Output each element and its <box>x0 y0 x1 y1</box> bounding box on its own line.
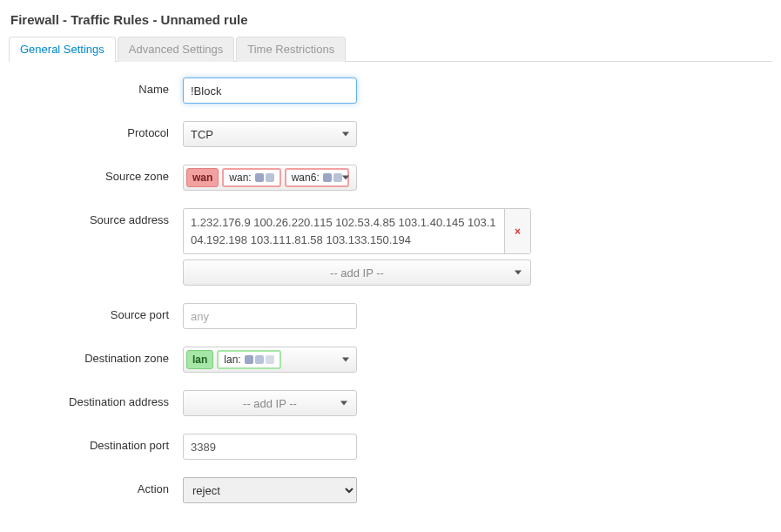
form: Name Protocol TCP Source zone wan wan: <box>9 77 772 529</box>
source-address-box[interactable]: 1.232.176.9 100.26.220.115 102.53.4.85 1… <box>183 208 531 254</box>
chevron-down-icon <box>515 271 522 275</box>
label-destination-zone: Destination zone <box>9 347 183 365</box>
destination-zone-select[interactable]: lan lan: <box>183 347 357 373</box>
destination-port-input[interactable] <box>183 434 357 460</box>
label-action: Action <box>9 477 183 495</box>
chevron-down-icon <box>342 358 349 362</box>
tabs: General Settings Advanced Settings Time … <box>9 36 772 62</box>
network-icon <box>255 173 274 182</box>
destination-address-add-ip[interactable]: -- add IP -- <box>183 390 357 416</box>
source-zone-select[interactable]: wan wan: wan6: <box>183 165 357 191</box>
zone-lan-badge: lan <box>186 350 213 369</box>
network-icon <box>245 355 274 364</box>
chevron-down-icon <box>342 132 349 137</box>
page-title: Firewall - Traffic Rules - Unnamed rule <box>10 12 772 27</box>
source-port-input[interactable] <box>183 303 357 329</box>
remove-source-address-button[interactable]: × <box>504 209 530 253</box>
label-source-zone: Source zone <box>9 165 183 183</box>
label-protocol: Protocol <box>9 121 183 139</box>
add-ip-label: -- add IP -- <box>243 397 297 410</box>
chevron-down-icon <box>342 176 349 180</box>
page: Firewall - Traffic Rules - Unnamed rule … <box>0 0 781 532</box>
label-source-address: Source address <box>9 208 183 226</box>
label-name: Name <box>9 77 183 96</box>
source-address-add-ip[interactable]: -- add IP -- <box>183 259 531 286</box>
zone-wan-badge: wan <box>186 168 219 187</box>
protocol-select[interactable]: TCP <box>183 121 357 147</box>
tab-advanced-settings[interactable]: Advanced Settings <box>118 37 234 62</box>
protocol-value: TCP <box>191 128 213 141</box>
action-select[interactable]: reject <box>183 477 357 503</box>
name-input[interactable] <box>183 77 357 104</box>
label-source-port: Source port <box>9 303 183 321</box>
source-address-value: 1.232.176.9 100.26.220.115 102.53.4.85 1… <box>184 209 504 253</box>
chevron-down-icon <box>340 401 347 406</box>
zone-lan-iface: lan: <box>217 350 280 369</box>
zone-wan-iface: wan: <box>222 168 280 187</box>
label-destination-port: Destination port <box>9 434 183 452</box>
network-icon <box>323 173 342 182</box>
tab-time-restrictions[interactable]: Time Restrictions <box>236 37 346 62</box>
add-ip-label: -- add IP -- <box>330 266 384 279</box>
label-destination-address: Destination address <box>9 390 183 408</box>
zone-wan6-iface: wan6: <box>285 168 349 187</box>
tab-general-settings[interactable]: General Settings <box>9 37 116 62</box>
